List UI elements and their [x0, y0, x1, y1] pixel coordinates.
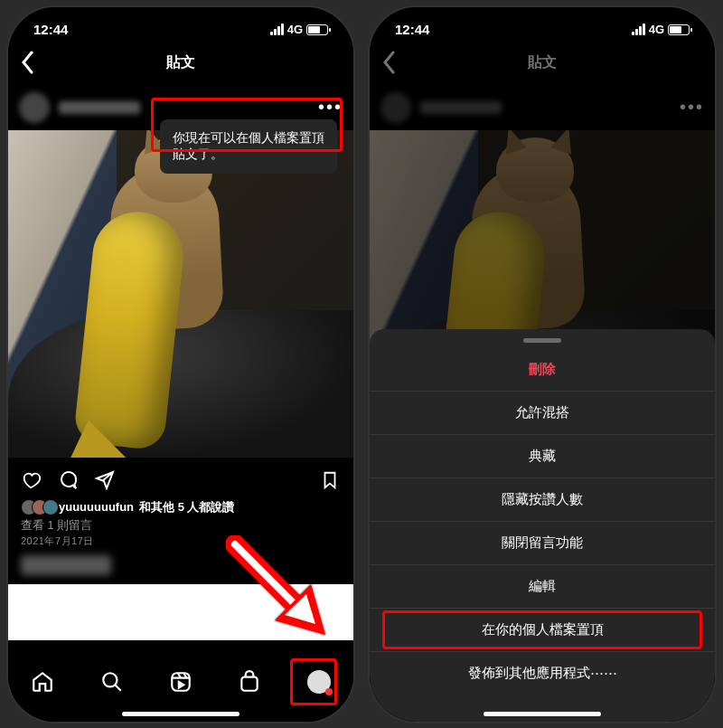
signal-bars-icon: [632, 24, 645, 35]
save-icon[interactable]: [319, 469, 341, 491]
back-icon[interactable]: [21, 51, 33, 74]
home-indicator: [484, 712, 601, 716]
next-post-preview: [8, 584, 353, 640]
post-image[interactable]: [8, 130, 353, 458]
network-label: 4G: [649, 23, 664, 36]
status-right: 4G: [632, 23, 690, 36]
share-icon[interactable]: [93, 469, 115, 491]
username[interactable]: [59, 101, 140, 114]
post-date: 2021年7月17日: [21, 534, 94, 548]
shop-tab-icon[interactable]: [238, 670, 261, 694]
like-icon[interactable]: [21, 469, 42, 491]
search-tab-icon[interactable]: [100, 670, 124, 694]
sheet-item-remix[interactable]: 允許混搭: [370, 392, 715, 435]
top-nav: 貼文: [8, 45, 353, 81]
more-options-button[interactable]: •••: [680, 97, 704, 118]
likes-row[interactable]: yuuuuuuufun 和其他 5 人都說讚: [21, 499, 341, 515]
sheet-item-post-to-other-apps[interactable]: 發佈到其他應用程式⋯⋯: [370, 652, 715, 695]
svg-point-0: [103, 673, 117, 686]
likes-handle: yuuuuuuufun: [59, 500, 134, 514]
page-title: 貼文: [166, 53, 195, 72]
screen: 貼文 ••• 你現在可以在個人檔案置頂貼文了。: [8, 7, 353, 722]
post-header: •••: [370, 85, 715, 130]
signal-bars-icon: [270, 24, 284, 35]
status-time: 12:44: [33, 22, 68, 37]
phone-right: 12:44 4G 貼文 ••• 刪除 允許混搭 典藏 隱藏: [370, 7, 715, 722]
reels-tab-icon[interactable]: [169, 670, 192, 694]
page-title: 貼文: [528, 53, 557, 72]
svg-rect-2: [242, 676, 258, 690]
action-sheet: 刪除 允許混搭 典藏 隱藏按讚人數 關閉留言功能 編輯 在你的個人檔案置頂 發佈…: [370, 329, 715, 722]
battery-icon: [306, 24, 328, 35]
notch: [99, 7, 262, 33]
avatar[interactable]: [380, 92, 411, 123]
likes-avatars: [21, 499, 53, 515]
comment-icon[interactable]: [57, 469, 79, 491]
status-time: 12:44: [395, 22, 429, 37]
username[interactable]: [420, 101, 502, 114]
network-label: 4G: [287, 23, 303, 36]
pin-tooltip: 你現在可以在個人檔案置頂貼文了。: [160, 119, 337, 174]
more-options-button[interactable]: •••: [318, 97, 343, 118]
likes-suffix: 和其他 5 人都說讚: [139, 499, 234, 515]
home-tab-icon[interactable]: [31, 670, 54, 694]
sheet-item-turn-off-comments[interactable]: 關閉留言功能: [370, 522, 715, 565]
back-icon[interactable]: [382, 51, 395, 74]
home-indicator: [122, 712, 239, 716]
screen: 貼文 ••• 刪除 允許混搭 典藏 隱藏按讚人數 關閉留言功能 編輯 在你的個人…: [370, 7, 715, 722]
action-row: [8, 461, 353, 499]
view-comments-link[interactable]: 查看 1 則留言: [21, 518, 92, 534]
tooltip-text: 你現在可以在個人檔案置頂貼文了。: [173, 131, 324, 161]
phone-left: 12:44 4G 貼文 ••• 你現在可以在個人檔案置頂貼文了。: [8, 7, 353, 722]
sheet-item-edit[interactable]: 編輯: [370, 565, 715, 609]
profile-tab-icon[interactable]: [307, 670, 331, 694]
sheet-grabber[interactable]: [523, 338, 561, 343]
avatar[interactable]: [19, 92, 50, 123]
next-post-header: [21, 555, 111, 575]
sheet-item-pin-to-profile[interactable]: 在你的個人檔案置頂: [370, 609, 715, 652]
battery-icon: [668, 24, 690, 35]
top-nav: 貼文: [370, 45, 715, 81]
sheet-item-delete[interactable]: 刪除: [370, 348, 715, 392]
status-right: 4G: [270, 23, 328, 36]
svg-rect-1: [172, 673, 190, 691]
notch: [461, 7, 624, 33]
sheet-item-hide-likes[interactable]: 隱藏按讚人數: [370, 478, 715, 522]
sheet-item-archive[interactable]: 典藏: [370, 435, 715, 478]
